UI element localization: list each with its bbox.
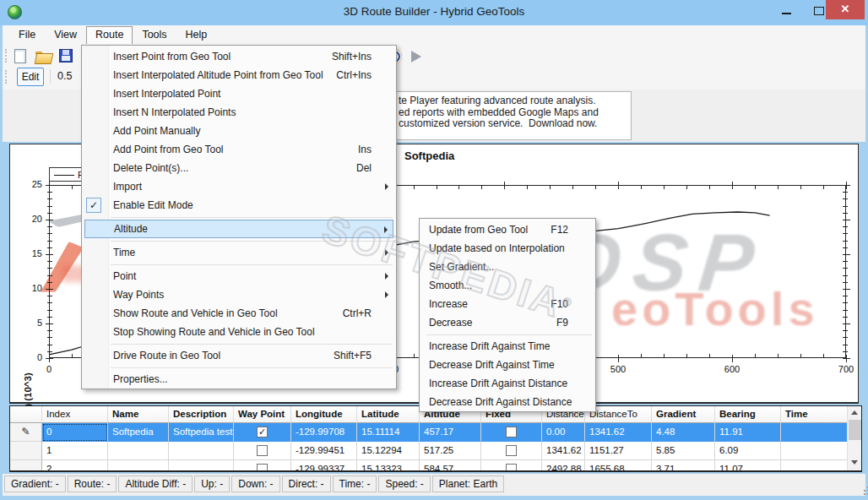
fixed-checkbox[interactable] bbox=[506, 427, 517, 438]
menu-item-show-route-and-vehicle-in-geo-tool[interactable]: Show Route and Vehicle in Geo ToolCtrl+R bbox=[82, 304, 396, 323]
cell-description-0[interactable]: Softpedia test bbox=[169, 423, 234, 442]
menu-item-enable-edit-mode[interactable]: ✓Enable Edit Mode bbox=[82, 196, 396, 215]
close-button[interactable]: ✕ bbox=[826, 0, 865, 19]
cell-altitude-0[interactable]: 457.17 bbox=[420, 423, 481, 442]
cell-gradient-1[interactable]: 5.85 bbox=[652, 442, 715, 460]
menu-item-insert-point-from-geo-tool[interactable]: Insert Point from Geo ToolShift+Ins bbox=[82, 47, 396, 66]
cell-gradient-0[interactable]: 4.48 bbox=[652, 423, 715, 442]
row-edit-pencil-icon[interactable]: ✎ bbox=[10, 423, 42, 442]
menu-item-insert-interpolated-point[interactable]: Insert Interpolated Point bbox=[82, 84, 396, 103]
scroll-up-icon[interactable] bbox=[848, 406, 862, 419]
column-header-bearing[interactable]: Bearing bbox=[715, 406, 781, 423]
way-point-checkbox[interactable] bbox=[257, 445, 268, 456]
menu-view[interactable]: View bbox=[45, 26, 86, 44]
menu-tools[interactable]: Tools bbox=[133, 26, 176, 44]
fixed-checkbox[interactable] bbox=[506, 445, 517, 456]
menu-item-properties[interactable]: Properties... bbox=[82, 370, 396, 389]
resize-grip[interactable] bbox=[860, 493, 862, 495]
menu-item-add-point-from-geo-tool[interactable]: Add Point from Geo ToolIns bbox=[82, 140, 396, 159]
cell-longitude-2[interactable]: -129.99337 bbox=[291, 460, 357, 471]
table-row-2[interactable]: 2-129.9933715.13323584.572492.881655.683… bbox=[10, 460, 861, 471]
cell-latitude-1[interactable]: 15.12294 bbox=[357, 442, 420, 460]
column-header-longitude[interactable]: Longitude bbox=[291, 406, 357, 423]
cell-fixed-0[interactable] bbox=[481, 423, 542, 442]
menu-item-set-gradient[interactable]: Set Gradient... bbox=[420, 258, 595, 276]
cell-bearing-2[interactable]: 11.07 bbox=[715, 460, 781, 471]
row-header-cell[interactable] bbox=[10, 442, 42, 460]
toolbar-grip[interactable] bbox=[5, 49, 8, 62]
cell-longitude-0[interactable]: -129.99708 bbox=[291, 423, 357, 442]
menu-item-insert-n-interpolated-points[interactable]: Insert N Interpolated Points bbox=[82, 103, 396, 122]
menu-help[interactable]: Help bbox=[176, 26, 217, 44]
cell-bearing-0[interactable]: 11.91 bbox=[715, 423, 781, 442]
cell-distance-2[interactable]: 2492.88 bbox=[542, 460, 585, 471]
cell-altitude-2[interactable]: 584.57 bbox=[420, 460, 481, 471]
menu-item-decrease[interactable]: DecreaseF9 bbox=[420, 313, 595, 332]
cell-gradient-2[interactable]: 3.71 bbox=[652, 460, 715, 471]
menu-item-drive-route-in-geo-tool[interactable]: Drive Route in Geo ToolShift+F5 bbox=[82, 346, 396, 365]
menu-item-decrease-drift-against-distance[interactable]: Decrease Drift Against Distance bbox=[420, 393, 595, 411]
cell-latitude-2[interactable]: 15.13323 bbox=[357, 460, 420, 471]
menu-item-update-from-geo-tool[interactable]: Update from Geo ToolF12 bbox=[420, 220, 595, 239]
cell-index-0[interactable]: 0 bbox=[42, 423, 108, 442]
menu-item-stop-showing-route-and-vehicle-in-geo-tool[interactable]: Stop Showing Route and Vehicle in Geo To… bbox=[82, 323, 396, 341]
cell-latitude-0[interactable]: 15.11114 bbox=[357, 423, 420, 442]
menu-item-insert-interpolated-altitude-point-from-geo-tool[interactable]: Insert Interpolated Altitude Point from … bbox=[82, 66, 396, 84]
column-header-gradient[interactable]: Gradient bbox=[652, 406, 715, 423]
table-row-1[interactable]: 1-129.9945115.12294517.251341.621151.275… bbox=[10, 442, 861, 460]
menu-item-way-points[interactable]: Way Points bbox=[82, 285, 396, 304]
menu-item-increase[interactable]: IncreaseF10 bbox=[420, 295, 595, 313]
cell-bearing-1[interactable]: 6.09 bbox=[715, 442, 781, 460]
cell-name-1[interactable] bbox=[108, 442, 169, 460]
cell-fixed-1[interactable] bbox=[481, 442, 542, 460]
cell-description-2[interactable] bbox=[169, 460, 234, 471]
menu-item-point[interactable]: Point bbox=[82, 267, 396, 285]
menu-item-import[interactable]: Import bbox=[82, 177, 396, 196]
table-row-0[interactable]: ✎0SoftpediaSoftpedia test✓-129.9970815.1… bbox=[10, 423, 861, 442]
cell-altitude-1[interactable]: 517.25 bbox=[420, 442, 481, 460]
cell-distance-0[interactable]: 0.00 bbox=[542, 423, 585, 442]
menu-item-delete-point-s[interactable]: Delete Point(s)...Del bbox=[82, 159, 396, 177]
open-folder-icon[interactable] bbox=[35, 49, 52, 64]
menu-item-time[interactable]: Time bbox=[82, 243, 396, 262]
way-point-checkbox[interactable] bbox=[257, 464, 268, 471]
cell-description-1[interactable] bbox=[169, 442, 234, 460]
row-header-cell[interactable] bbox=[10, 460, 42, 471]
cell-distance-to-0[interactable]: 1341.62 bbox=[585, 423, 652, 442]
cell-way-point-0[interactable]: ✓ bbox=[234, 423, 291, 442]
cell-fixed-2[interactable] bbox=[481, 460, 542, 471]
menu-route[interactable]: Route bbox=[86, 26, 133, 44]
cell-time-2[interactable] bbox=[781, 460, 849, 471]
column-header-index[interactable]: Index bbox=[42, 406, 108, 423]
way-point-checkbox[interactable]: ✓ bbox=[257, 427, 268, 438]
cell-way-point-2[interactable] bbox=[234, 460, 291, 471]
cell-index-2[interactable]: 2 bbox=[42, 460, 108, 471]
menu-item-increase-drift-against-time[interactable]: Increase Drift Against Time bbox=[420, 337, 595, 356]
cell-distance-to-1[interactable]: 1151.27 bbox=[585, 442, 652, 460]
menu-item-smooth[interactable]: Smooth... bbox=[420, 276, 595, 295]
edit-toggle-button[interactable]: Edit bbox=[17, 68, 44, 86]
cell-index-1[interactable]: 1 bbox=[42, 442, 108, 460]
menu-item-increase-drift-against-distance[interactable]: Increase Drift Against Distance bbox=[420, 374, 595, 393]
toolbar-grip2[interactable] bbox=[5, 70, 8, 84]
menu-item-add-point-manually[interactable]: Add Point Manually bbox=[82, 122, 396, 140]
save-icon[interactable] bbox=[59, 49, 73, 62]
column-header-time[interactable]: Time bbox=[781, 406, 849, 423]
column-header-latitude[interactable]: Latitude bbox=[357, 406, 420, 423]
new-file-icon[interactable] bbox=[14, 49, 26, 63]
fixed-checkbox[interactable] bbox=[506, 464, 517, 471]
menu-item-decrease-drift-against-time[interactable]: Decrease Drift Against Time bbox=[420, 356, 595, 374]
cell-distance-1[interactable]: 1341.62 bbox=[542, 442, 585, 460]
maximize-button[interactable] bbox=[814, 7, 824, 15]
menu-file[interactable]: File bbox=[9, 26, 45, 44]
table-scrollbar[interactable] bbox=[847, 406, 861, 470]
cell-name-0[interactable]: Softpedia bbox=[108, 423, 169, 442]
play-icon[interactable] bbox=[411, 51, 421, 62]
scroll-down-icon[interactable] bbox=[848, 456, 862, 469]
menu-item-update-based-on-interpolation[interactable]: Update based on Interpolation bbox=[420, 239, 595, 258]
cell-time-0[interactable] bbox=[781, 423, 849, 442]
column-header-description[interactable]: Description bbox=[169, 406, 234, 423]
scrollbar-thumb[interactable] bbox=[849, 420, 861, 440]
minimize-button[interactable] bbox=[782, 13, 791, 14]
cell-way-point-1[interactable] bbox=[234, 442, 291, 460]
